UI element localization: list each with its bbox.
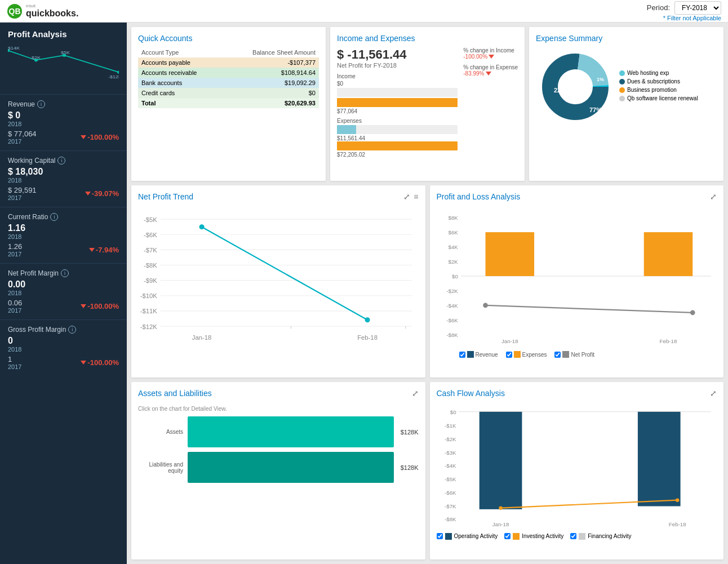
legend-operating-check[interactable]: [437, 533, 443, 539]
profit-sparkline: $14K $2K $5K -$12K: [8, 46, 119, 79]
legend-financing-check[interactable]: [570, 533, 576, 539]
gpm-current-year: 2018: [8, 346, 119, 353]
income-expenses-panel: Income and Expenses $ -11,561.44 Net Pro…: [330, 27, 525, 181]
wc-current-year: 2018: [8, 177, 119, 184]
cr-current-value: 1.16: [8, 223, 119, 233]
svg-text:$2K: $2K: [32, 55, 41, 60]
wc-info-icon[interactable]: i: [57, 157, 65, 165]
svg-text:$5K: $5K: [61, 50, 70, 55]
x-label-feb: Feb-18: [668, 522, 686, 528]
svg-text:-$12K: -$12K: [108, 74, 119, 79]
liabilities-row: Liabilities and equity $128K: [138, 452, 419, 483]
x-label-feb: Feb-18: [357, 334, 378, 341]
net-profit-header: Net Profit Trend ⤢ ≡: [138, 192, 419, 206]
period-select[interactable]: FY-2018 FY-2017 FY-2016: [674, 1, 721, 15]
npm-current-year: 2018: [8, 290, 119, 296]
expense-legend: Web hosting exp Dues & subscriptions Bus…: [619, 70, 698, 104]
legend-investing-check[interactable]: [504, 533, 511, 539]
legend-operating-label: Operating Activity: [454, 533, 498, 539]
cash-flow-title: Cash Flow Analysis: [437, 389, 505, 398]
legend-item-promo: Business promotion: [619, 87, 698, 93]
y-label: -$10K: [140, 293, 158, 300]
legend-dot-web: [619, 70, 625, 76]
ie-changes: % change in Income -100.00% % change in …: [463, 47, 518, 161]
wc-down-arrow: [85, 192, 91, 196]
quick-accounts-title: Quick Accounts: [138, 34, 319, 43]
profit-loss-expand-icon[interactable]: ⤢: [710, 192, 717, 201]
wc-prev-year: 2017: [8, 194, 37, 201]
legend-item-dues: Dues & subscriptions: [619, 78, 698, 85]
content-area: Quick Accounts Account Type Balance Shee…: [127, 23, 728, 564]
quick-accounts-table: Account Type Balance Sheet Amount Accoun…: [138, 47, 319, 108]
y-label: -$8K: [144, 262, 157, 269]
pl-legend: Revenue Expenses Net Profit: [437, 351, 717, 358]
assets-liabilities-panel: Assets and Liabilities ⤢ Click on the ch…: [131, 382, 425, 559]
cr-info-icon[interactable]: i: [50, 213, 58, 221]
donut-label-22: 22%: [554, 87, 566, 94]
y-label: -$4K: [445, 463, 456, 469]
legend-investing: Investing Activity: [504, 533, 563, 540]
wc-prev-row: $ 29,591 2017 -39.07%: [8, 186, 119, 201]
qa-row-amount: $0: [223, 88, 319, 98]
revenue-info-icon[interactable]: i: [37, 100, 45, 108]
npm-down-arrow: [81, 304, 86, 308]
quick-accounts-panel: Quick Accounts Account Type Balance Shee…: [131, 27, 326, 181]
revenue-prev-year: 2017: [8, 138, 37, 145]
revenue-prev-value: $ 77,064: [8, 130, 37, 138]
profit-loss-title: Profit and Loss Analysis: [437, 192, 521, 201]
income-change-arrow: [489, 55, 494, 59]
profit-loss-panel: Profit and Loss Analysis ⤢ $8K $6K $4K $…: [430, 185, 724, 378]
npm-prev-value: 0.06: [8, 299, 22, 307]
expenses-2018-amount: $11,561.44: [337, 135, 458, 141]
legend-expenses-check[interactable]: [506, 352, 512, 358]
net-profit-trend-title: Net Profit Trend: [138, 192, 193, 201]
expenses-2017-bar: [337, 141, 458, 150]
liabilities-bar-fill[interactable]: [188, 452, 394, 483]
y-label: -$12K: [140, 323, 158, 330]
assets-bar-fill[interactable]: [188, 416, 394, 447]
header: QB intuit quickbooks. Period: FY-2018 FY…: [0, 0, 728, 23]
income-bar: Income $0 $77,064: [337, 73, 458, 114]
net-profit-expand-icon[interactable]: ⤢: [403, 192, 410, 201]
gpm-info-icon[interactable]: i: [68, 326, 76, 334]
legend-revenue-label: Revenue: [476, 352, 498, 358]
expenses-2018-bar: [337, 125, 458, 134]
legend-revenue: Revenue: [459, 351, 498, 358]
top-row: Quick Accounts Account Type Balance Shee…: [131, 27, 723, 181]
cr-current-year: 2018: [8, 233, 119, 240]
table-row: Accounts payable -$107,377: [138, 57, 319, 68]
gpm-prev-value: 1: [8, 355, 21, 363]
y-label: -$5K: [144, 216, 157, 223]
net-profit-svg: -$5K -$6K -$7K -$8K -$9K -$10K -$11K -$1…: [138, 209, 419, 349]
npm-info-icon[interactable]: i: [61, 269, 69, 277]
mid-row: Net Profit Trend ⤢ ≡ -$5K -$6K -$7K -$8K…: [131, 185, 723, 378]
y-label: -$6K: [446, 317, 458, 323]
main-layout: Profit Analysis $14K $2K $5K -$12K Reven…: [0, 23, 728, 564]
legend-operating: Operating Activity: [437, 533, 498, 540]
sparkline-area: $14K $2K $5K -$12K: [0, 43, 127, 94]
net-profit-menu-icon[interactable]: ≡: [414, 192, 418, 201]
intuit-label: intuit: [26, 3, 78, 8]
y-label: -$5K: [445, 476, 456, 482]
assets-expand-icon[interactable]: ⤢: [412, 389, 419, 398]
bottom-row: Assets and Liabilities ⤢ Click on the ch…: [131, 382, 723, 559]
legend-netprofit-check[interactable]: [554, 352, 561, 358]
net-profit-trend-panel: Net Profit Trend ⤢ ≡ -$5K -$6K -$7K -$8K…: [131, 185, 425, 378]
legend-label-dues: Dues & subscriptions: [627, 78, 680, 85]
y-label: -$2K: [446, 288, 458, 295]
kpi-cr-title: Current Ratio i: [8, 213, 119, 221]
legend-revenue-check[interactable]: [459, 352, 465, 358]
profit-loss-header: Profit and Loss Analysis ⤢: [437, 192, 717, 206]
cash-flow-expand-icon[interactable]: ⤢: [710, 389, 717, 398]
legend-dot-promo: [619, 87, 625, 93]
income-2017-bar: [337, 98, 458, 107]
change-expense-value: -83.99%: [463, 70, 518, 77]
quickbooks-logo-icon: QB: [7, 3, 23, 19]
kpi-gross-profit-margin: Gross Profit Margin i 0 2018 1 2017 -100…: [0, 319, 127, 376]
table-row: Accounts receivable $108,914.64: [138, 68, 319, 78]
y-label: -$7K: [144, 247, 157, 254]
npm-change: -100.00%: [81, 302, 119, 310]
expense-change-arrow: [486, 72, 491, 76]
legend-financing-label: Financing Activity: [588, 533, 631, 539]
kpi-revenue: Revenue i $ 0 2018 $ 77,064 2017 -100.00…: [0, 94, 127, 150]
